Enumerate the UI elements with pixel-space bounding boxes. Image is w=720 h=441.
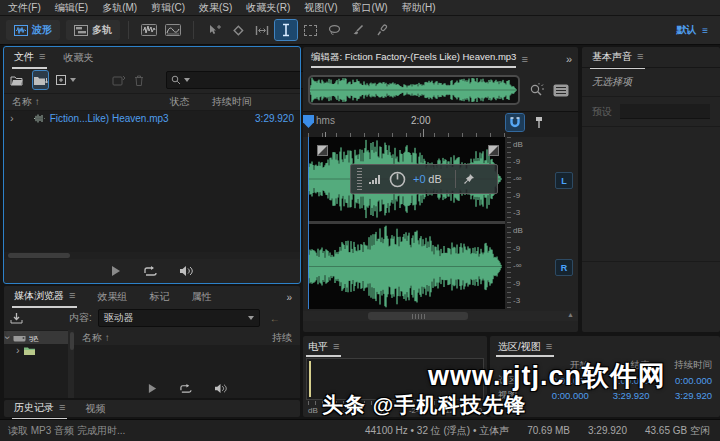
fade-out-handle[interactable] [488, 145, 499, 156]
workspace-switcher[interactable]: 默认 ≡ [676, 23, 720, 37]
content-drive-select[interactable]: 驱动器 [98, 309, 260, 327]
tree-collapsed-chevron-icon[interactable]: › [16, 345, 20, 356]
multitrack-view-button[interactable]: 多轨 [66, 20, 120, 40]
selection-end-value[interactable]: 0:00.000 [591, 373, 652, 388]
hud-gain-value[interactable]: +0 dB [413, 173, 442, 185]
menu-effects[interactable]: 效果(S) [199, 1, 232, 15]
editor-overflow-icon[interactable]: » [566, 53, 572, 65]
spectral-display-icon[interactable] [162, 20, 184, 40]
files-panel-menu-icon[interactable]: ≡ [39, 50, 45, 62]
media-panel-menu-icon[interactable]: ≡ [69, 289, 75, 301]
editor-title[interactable]: 编辑器: Fiction Factory-(Feels Like) Heaven… [311, 51, 516, 68]
selection-start-value[interactable]: 0:00.000 [530, 373, 591, 388]
fade-in-handle[interactable] [317, 145, 328, 156]
speaker-icon[interactable] [179, 265, 193, 277]
waveform-display-icon[interactable] [138, 20, 160, 40]
marker-flag-icon[interactable] [530, 114, 548, 131]
search-filter-caret-icon[interactable] [184, 78, 190, 82]
volume-hud[interactable]: +0 dB [350, 164, 498, 194]
loop-playback-icon[interactable] [179, 383, 192, 394]
import-download-icon[interactable] [10, 312, 23, 324]
selection-view-title[interactable]: 选区/视图≡ [496, 338, 554, 357]
open-file-icon[interactable] [10, 71, 25, 89]
overview-waveform[interactable] [308, 75, 520, 105]
waveform-channels[interactable] [308, 137, 505, 309]
play-icon[interactable] [111, 265, 121, 277]
razor-tool-icon[interactable] [227, 20, 249, 40]
menu-clip[interactable]: 剪辑(C) [151, 1, 185, 15]
menu-file[interactable]: 文件(F) [8, 1, 41, 15]
zoom-tool-icon[interactable] [529, 83, 544, 98]
loop-playback-icon[interactable] [143, 265, 157, 277]
menu-favorites[interactable]: 收藏夹(R) [246, 1, 290, 15]
view-duration-value[interactable]: 3:29.920 [652, 388, 714, 403]
scroll-arrow-icon[interactable]: ▲ [567, 311, 574, 318]
tree-expanded-chevron-icon[interactable]: › [4, 336, 13, 340]
tree-item-drive-c[interactable]: › [4, 344, 68, 357]
tab-favorites[interactable]: 收藏夹 [61, 48, 95, 68]
panel-overflow-icon[interactable]: » [286, 292, 292, 303]
paintbrush-selection-tool-icon[interactable] [347, 20, 369, 40]
time-selection-tool-icon[interactable] [275, 20, 297, 40]
editor-hscrollbar[interactable]: ▲ [303, 311, 578, 321]
view-end-value[interactable]: 3:29.920 [591, 388, 652, 403]
tree-vscrollbar[interactable] [70, 330, 74, 398]
file-row[interactable]: › Fiction...Like) Heaven.mp3 3:29.920 [4, 111, 300, 126]
tab-history[interactable]: 历史记录≡ [12, 398, 67, 420]
snap-magnet-icon[interactable] [506, 114, 524, 131]
tab-properties[interactable]: 属性 [189, 287, 213, 307]
waveform-view-button[interactable]: 波形 [6, 20, 60, 40]
menu-help[interactable]: 帮助(H) [402, 1, 436, 15]
file-search-box[interactable] [166, 71, 319, 89]
tree-hscroll-thumb[interactable] [6, 331, 40, 336]
preset-field[interactable] [620, 104, 710, 119]
speaker-icon[interactable] [214, 383, 227, 394]
trash-icon[interactable] [134, 71, 144, 89]
import-file-icon[interactable] [33, 71, 48, 89]
back-arrow-icon[interactable]: ← [270, 313, 280, 324]
menu-multitrack[interactable]: 多轨(M) [102, 1, 137, 15]
slip-tool-icon[interactable] [251, 20, 273, 40]
media-col-name[interactable]: 名称 ↑ [82, 331, 110, 345]
move-tool-icon[interactable] [203, 20, 225, 40]
col-status[interactable]: 状态 [170, 95, 190, 109]
timeline-ruler[interactable]: hms 2:00 [308, 112, 505, 137]
selection-panel-menu-icon[interactable]: ≡ [546, 340, 552, 352]
pin-hud-icon[interactable] [463, 173, 475, 185]
tab-effects-rack[interactable]: 效果组 [95, 287, 129, 307]
tab-files[interactable]: 文件≡ [12, 47, 47, 69]
editor-hscroll-thumb[interactable] [368, 312, 468, 320]
menu-edit[interactable]: 编辑(E) [55, 1, 88, 15]
expand-chevron-icon[interactable]: › [10, 113, 14, 124]
essential-panel-menu-icon[interactable]: ≡ [637, 50, 643, 62]
history-panel-menu-icon[interactable]: ≡ [59, 401, 65, 413]
levels-title[interactable]: 电平≡ [306, 338, 341, 357]
marquee-selection-tool-icon[interactable] [299, 20, 321, 40]
essential-sound-title[interactable]: 基本声音≡ [590, 47, 645, 69]
spot-healing-brush-tool-icon[interactable] [371, 20, 393, 40]
play-icon[interactable] [148, 383, 157, 394]
col-duration[interactable]: 持续时间 [212, 95, 252, 109]
workspace-menu-icon[interactable]: ≡ [702, 25, 708, 36]
editor-controls-icon[interactable] [553, 84, 569, 97]
col-name[interactable]: 名称 ↑ [12, 95, 40, 109]
channel-right-button[interactable]: R [555, 259, 573, 276]
editor-panel-menu-icon[interactable]: ≡ [521, 53, 527, 65]
channel-left-button[interactable]: L [555, 172, 573, 189]
lasso-selection-tool-icon[interactable] [323, 20, 345, 40]
media-col-duration[interactable]: 持续 [272, 331, 292, 345]
menu-window[interactable]: 窗口(W) [352, 1, 388, 15]
search-input[interactable] [193, 74, 314, 86]
levels-panel-menu-icon[interactable]: ≡ [333, 340, 339, 352]
tab-markers[interactable]: 标记 [147, 287, 171, 307]
insert-multitrack-icon[interactable] [112, 71, 126, 89]
menu-view[interactable]: 视图(V) [304, 1, 337, 15]
gain-knob-icon[interactable] [389, 171, 406, 188]
view-start-value[interactable]: 0:00.000 [530, 388, 591, 403]
new-item-icon[interactable] [56, 71, 76, 89]
tab-video[interactable]: 视频 [83, 399, 107, 419]
tab-media-browser[interactable]: 媒体浏览器≡ [12, 286, 77, 308]
hud-grip-handle[interactable] [357, 168, 362, 190]
selection-duration-value[interactable]: 0:00.000 [652, 373, 714, 388]
files-hscrollbar[interactable] [4, 252, 300, 259]
